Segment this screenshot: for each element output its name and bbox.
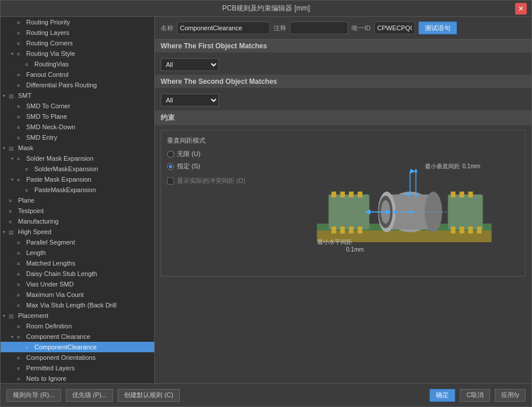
tree-label-solder-mask-exp: Solder Mask Expansion [26, 155, 152, 162]
tree-item-smd-plane[interactable]: ≡SMD To Plane [1, 111, 154, 122]
radio-unlimited-circle [167, 151, 174, 158]
rule-header: 名称 注释 唯一ID 测试语句 [155, 17, 531, 40]
tree-item-solder-mask-exp[interactable]: ▾≡Solder Mask Expansion [1, 153, 154, 164]
tree-icon-comp-clearance-rule: ■ [25, 344, 33, 351]
tree-item-permitted-layers[interactable]: ≡Permitted Layers [1, 363, 154, 373]
tree-icon-routing-corners: ≡ [17, 40, 25, 47]
id-input[interactable] [374, 22, 415, 34]
tree-arrow-paste-mask-exp: ▾ [11, 177, 17, 182]
radio-unlimited-label: 无限 (U) [177, 150, 200, 158]
tree-item-routing-priority[interactable]: ≡Routing Priority [1, 17, 154, 27]
tree-item-length[interactable]: ≡Length [1, 247, 154, 258]
tree-icon-paste-mask-exp: ≡ [17, 176, 25, 183]
first-match-header: Where The First Object Matches [155, 40, 531, 52]
priority-button[interactable]: 优先级 (P)... [66, 389, 114, 402]
tree-item-max-via-stub[interactable]: ≡Max Via Stub Length (Back Drill [1, 300, 154, 310]
window-title: PCB规则及约束编辑器 [mm] [17, 3, 515, 13]
tree-item-max-via-count[interactable]: ≡Maximum Via Count [1, 289, 154, 300]
tree-icon-comp-orientations: ≡ [17, 355, 25, 361]
tree-icon-plane: ≡ [9, 197, 17, 204]
svg-rect-2 [329, 194, 370, 229]
tree-item-high-speed[interactable]: ▾▤High Speed [1, 226, 154, 237]
tree-label-smt: SMT [18, 92, 152, 99]
tree-item-matched-lengths[interactable]: ≡Matched Lengths [1, 258, 154, 268]
tree-item-mask[interactable]: ▾▤Mask [1, 143, 154, 153]
tree-item-plane[interactable]: ≡Plane [1, 195, 154, 206]
tree-item-vias-under-smd[interactable]: ≡Vias Under SMD [1, 279, 154, 289]
tree-label-smd-neckdown: SMD Neck-Down [26, 123, 152, 130]
tree-icon-mask: ▤ [9, 145, 17, 151]
create-default-button[interactable]: 创建默认规则 (C) [118, 389, 179, 402]
tree-icon-routing-priority: ≡ [17, 19, 25, 26]
apply-button[interactable]: 应用fy [495, 389, 526, 402]
tree-icon-parallel-segment: ≡ [17, 239, 25, 246]
tree-item-solder-mask-exp-rule[interactable]: ≡SolderMaskExpansion [1, 164, 154, 174]
second-match-dropdown[interactable]: All [161, 94, 219, 107]
tree-item-comp-clearance-rule[interactable]: ■ComponentClearance [1, 342, 154, 352]
tree-item-paste-mask-exp-rule[interactable]: ≡PasteMaskExpansion [1, 185, 154, 195]
tree-label-length: Length [26, 249, 152, 256]
second-match-section: All [155, 88, 531, 111]
tree-item-smd-neckdown[interactable]: ≡SMD Neck-Down [1, 122, 154, 132]
tree-item-parallel-segment[interactable]: ≡Parallel Segment [1, 237, 154, 247]
tree-icon-matched-lengths: ≡ [17, 260, 25, 267]
ok-button[interactable]: 确定 [430, 389, 455, 402]
comment-input[interactable] [290, 22, 348, 34]
radio-unlimited[interactable]: 无限 (U) [167, 150, 272, 158]
svg-text:最小水平间距: 最小水平间距 [317, 239, 352, 245]
name-input[interactable] [177, 22, 270, 34]
tree-label-testpoint: Testpoint [18, 207, 152, 214]
tree-label-nets-to-ignore: Nets to Ignore [26, 375, 152, 382]
tree-label-max-via-count: Maximum Via Count [26, 291, 152, 298]
tree-label-comp-orientations: Component Orientations [26, 354, 152, 361]
constraint-header: 约束 [155, 111, 531, 125]
tree-item-nets-to-ignore[interactable]: ≡Nets to Ignore [1, 373, 154, 383]
svg-rect-13 [448, 194, 483, 229]
cancel-button[interactable]: C取消 [460, 389, 490, 402]
tree-item-smd-entry[interactable]: ≡SMD Entry [1, 132, 154, 143]
tree-item-smd-corner[interactable]: ≡SMD To Corner [1, 101, 154, 111]
constraint-inner: 垂直间距模式 无限 (U) 指定 (S) [161, 130, 526, 277]
tree-item-testpoint[interactable]: ≡Testpoint [1, 206, 154, 216]
radio-specified[interactable]: 指定 (S) [167, 162, 272, 171]
tree-item-paste-mask-exp[interactable]: ▾≡Paste Mask Expansion [1, 174, 154, 185]
tree-icon-room-def: ≡ [17, 323, 25, 330]
tree-item-manufacturing[interactable]: ≡Manufacturing [1, 216, 154, 226]
tree-item-routing-via-style[interactable]: ▾≡Routing Via Style [1, 48, 154, 59]
tree-item-comp-clearance[interactable]: ▾≡Component Clearance [1, 331, 154, 342]
tree-icon-placement: ▤ [9, 313, 17, 319]
tree-icon-solder-mask-exp-rule: ≡ [25, 166, 33, 172]
svg-text:最小垂直间距: 最小垂直间距 [425, 163, 460, 169]
tree-item-routing-corners[interactable]: ≡Routing Corners [1, 38, 154, 48]
tree-label-comp-clearance: Component Clearance [26, 333, 152, 340]
tree-item-smt[interactable]: ▾▤SMT [1, 90, 154, 101]
tree-icon-high-speed: ▤ [9, 229, 17, 235]
constraint-diagram: 最小垂直间距 0.1mm 最小水平间距 0.1mm [278, 136, 519, 270]
tree-icon-routing-via-style: ≡ [17, 51, 25, 57]
tree-item-comp-orientations[interactable]: ≡Component Orientations [1, 352, 154, 363]
radio-specified-circle [167, 163, 174, 170]
tree-label-high-speed: High Speed [18, 228, 152, 235]
wizard-button[interactable]: 规则向导 (R)... [6, 389, 61, 402]
test-button[interactable]: 测试语句 [418, 22, 457, 34]
second-match-header: Where The Second Object Matches [155, 75, 531, 88]
close-button[interactable]: ✕ [515, 3, 527, 15]
tree-item-fanout-control[interactable]: ≡Fanout Control [1, 69, 154, 80]
first-match-dropdown[interactable]: All [161, 58, 219, 71]
tree-item-diff-pairs[interactable]: ≡Differential Pairs Routing [1, 80, 154, 90]
svg-rect-19 [341, 192, 345, 197]
tree-icon-comp-clearance: ≡ [17, 334, 25, 340]
right-panel: 名称 注释 唯一ID 测试语句 Where The First Object M… [155, 17, 531, 383]
tree-icon-smd-entry: ≡ [17, 135, 25, 141]
tree-item-room-def[interactable]: ≡Room Definition [1, 321, 154, 331]
tree-item-placement[interactable]: ▾▤Placement [1, 310, 154, 321]
tree-label-routing-corners: Routing Corners [26, 40, 152, 47]
tree-item-daisy-chain[interactable]: ≡Daisy Chain Stub Length [1, 268, 154, 279]
tree-item-routing-vias[interactable]: ≡RoutingVias [1, 59, 154, 69]
tree-label-comp-clearance-rule: ComponentClearance [34, 344, 152, 351]
show-actual-checkbox[interactable]: 显示实际的冲突间距 (D) [167, 176, 272, 185]
tree-icon-vias-under-smd: ≡ [17, 281, 25, 288]
svg-rect-15 [460, 226, 464, 233]
tree-icon-smd-plane: ≡ [17, 114, 25, 120]
tree-item-routing-layers[interactable]: ≡Routing Layers [1, 27, 154, 38]
